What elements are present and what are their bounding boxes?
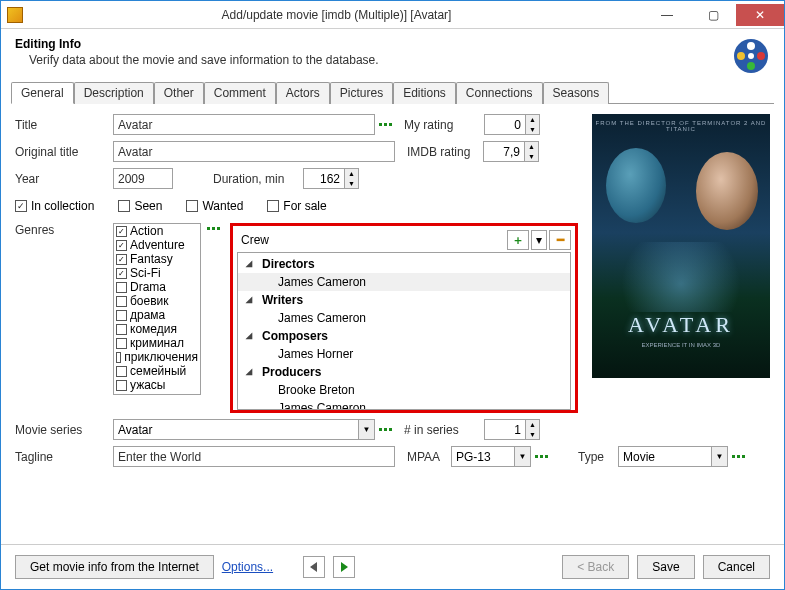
genre-item[interactable]: ✓Adventure [114,238,200,252]
genre-item[interactable]: ✓Action [114,224,200,238]
crew-dropdown-button[interactable]: ▾ [531,230,547,250]
crew-person[interactable]: James Horner [238,345,570,363]
crew-label: Crew [237,233,505,247]
tab-actors[interactable]: Actors [276,82,330,104]
crew-person[interactable]: James Cameron [238,399,570,410]
edit-dots-icon[interactable] [732,455,745,458]
prev-button[interactable] [303,556,325,578]
myrating-spinner[interactable]: ▲▼ [484,114,540,135]
genre-item[interactable]: комедия [114,322,200,336]
save-button[interactable]: Save [637,555,694,579]
in-collection-check[interactable]: ✓In collection [15,199,94,213]
year-label: Year [15,172,113,186]
cancel-button[interactable]: Cancel [703,555,770,579]
chevron-down-icon: ▼ [526,125,539,135]
tagline-label: Tagline [15,450,113,464]
crew-panel: Crew ＋ ▾ ━ DirectorsJames CameronWriters… [230,223,578,413]
genre-item[interactable]: Drama [114,280,200,294]
options-link[interactable]: Options... [222,560,273,574]
crew-person[interactable]: James Cameron [238,273,570,291]
genre-item[interactable]: фантастика [114,392,200,395]
tab-connections[interactable]: Connections [456,82,543,104]
crew-tree[interactable]: DirectorsJames CameronWritersJames Camer… [237,252,571,410]
myrating-label: My rating [404,118,484,132]
crew-person[interactable]: James Cameron [238,309,570,327]
page-title: Editing Info [15,37,732,51]
genre-item[interactable]: ✓Sci-Fi [114,266,200,280]
svg-point-4 [737,52,745,60]
svg-marker-6 [310,562,317,572]
otitle-label: Original title [15,145,113,159]
genres-list[interactable]: ✓Action✓Adventure✓Fantasy✓Sci-FiDramaбое… [113,223,201,395]
crew-group[interactable]: Composers [238,327,570,345]
title-input[interactable] [113,114,375,135]
crew-remove-button[interactable]: ━ [549,230,571,250]
genre-item[interactable]: приключения [114,350,200,364]
type-label: Type [578,450,618,464]
wanted-check[interactable]: Wanted [186,199,243,213]
genre-item[interactable]: ✓Fantasy [114,252,200,266]
movie-reel-icon [732,37,770,75]
seen-check[interactable]: Seen [118,199,162,213]
otitle-input[interactable] [113,141,395,162]
next-button[interactable] [333,556,355,578]
chevron-up-icon: ▲ [526,115,539,125]
svg-marker-7 [341,562,348,572]
crew-group[interactable]: Directors [238,255,570,273]
tabstrip: GeneralDescriptionOtherCommentActorsPict… [11,81,774,104]
tab-general[interactable]: General [11,82,74,104]
get-info-button[interactable]: Get movie info from the Internet [15,555,214,579]
genre-item[interactable]: семейный [114,364,200,378]
minimize-button[interactable]: — [644,4,690,26]
movieseries-label: Movie series [15,423,113,437]
svg-point-5 [748,53,754,59]
movieseries-select[interactable]: Avatar▼ [113,419,375,440]
type-select[interactable]: Movie▼ [618,446,728,467]
crew-group[interactable]: Producers [238,363,570,381]
tagline-input[interactable] [113,446,395,467]
app-icon [7,7,23,23]
tab-description[interactable]: Description [74,82,154,104]
edit-dots-icon[interactable] [535,455,548,458]
year-input[interactable] [113,168,173,189]
svg-point-2 [757,52,765,60]
genre-item[interactable]: боевик [114,294,200,308]
page-subtitle: Verify data about the movie and save inf… [29,53,732,67]
edit-dots-icon[interactable] [379,123,392,126]
title-label: Title [15,118,113,132]
back-button: < Back [562,555,629,579]
crew-add-button[interactable]: ＋ [507,230,529,250]
mpaa-label: MPAA [407,450,451,464]
ninseries-spinner[interactable]: ▲▼ [484,419,540,440]
genre-item[interactable]: ужасы [114,378,200,392]
svg-point-3 [747,62,755,70]
crew-group[interactable]: Writers [238,291,570,309]
edit-dots-icon[interactable] [379,428,392,431]
mpaa-select[interactable]: PG-13▼ [451,446,531,467]
tab-comment[interactable]: Comment [204,82,276,104]
tab-pictures[interactable]: Pictures [330,82,393,104]
genres-label: Genres [15,223,54,237]
titlebar[interactable]: Add/update movie [imdb (Multiple)] [Avat… [1,1,784,29]
tab-seasons[interactable]: Seasons [543,82,610,104]
crew-person[interactable]: Brooke Breton [238,381,570,399]
maximize-button[interactable]: ▢ [690,4,736,26]
duration-label: Duration, min [213,172,303,186]
for-sale-check[interactable]: For sale [267,199,326,213]
duration-spinner[interactable]: ▲▼ [303,168,359,189]
imdbrating-spinner[interactable]: ▲▼ [483,141,539,162]
window-title: Add/update movie [imdb (Multiple)] [Avat… [29,8,644,22]
movie-poster: FROM THE DIRECTOR OF TERMINATOR 2 AND TI… [592,114,770,378]
ninseries-label: # in series [404,423,484,437]
genre-item[interactable]: драма [114,308,200,322]
svg-point-1 [747,42,755,50]
tab-editions[interactable]: Editions [393,82,456,104]
close-button[interactable]: ✕ [736,4,784,26]
imdbrating-label: IMDB rating [407,145,483,159]
tab-other[interactable]: Other [154,82,204,104]
edit-dots-icon[interactable] [207,227,220,230]
genre-item[interactable]: криминал [114,336,200,350]
